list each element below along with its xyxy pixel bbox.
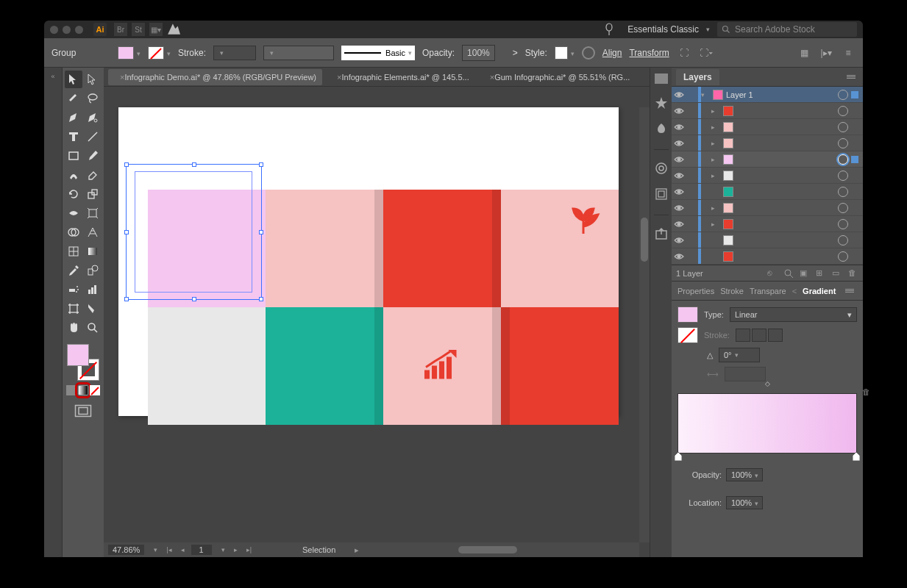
target-icon[interactable]: [838, 203, 848, 213]
direct-selection-tool[interactable]: [84, 71, 102, 88]
gradient-stop-right[interactable]: [853, 452, 860, 461]
prev-page-btn[interactable]: ◂: [179, 546, 187, 553]
target-icon[interactable]: [838, 138, 848, 148]
rotate-tool[interactable]: [65, 185, 82, 203]
recolor-icon[interactable]: [582, 45, 595, 61]
expand-icon[interactable]: ▾: [701, 91, 710, 98]
artboard-tool[interactable]: [65, 300, 82, 318]
color-mode-btn[interactable]: [66, 385, 77, 395]
status-more[interactable]: ▸: [355, 545, 359, 555]
target-icon[interactable]: [838, 154, 848, 165]
gradient-swatch[interactable]: [677, 306, 698, 323]
delete-layer-icon[interactable]: 🗑: [848, 268, 858, 279]
cell-5[interactable]: [148, 307, 266, 425]
fill-control[interactable]: [118, 45, 141, 61]
gradient-ramp[interactable]: [677, 393, 857, 453]
lasso-tool[interactable]: [84, 90, 102, 107]
target-icon[interactable]: [838, 122, 848, 132]
expand-icon[interactable]: ▸: [711, 156, 720, 163]
expand-icon[interactable]: ▸: [711, 140, 720, 147]
stroke-tab[interactable]: Stroke: [720, 287, 744, 295]
target-icon[interactable]: [838, 187, 848, 197]
new-layer-icon[interactable]: ▭: [832, 268, 842, 279]
var-width[interactable]: [263, 46, 334, 60]
layer-row[interactable]: ▸: [672, 135, 863, 151]
styles-dock-icon[interactable]: [655, 187, 668, 203]
layer-row[interactable]: ▸: [672, 216, 863, 232]
prefs-icon[interactable]: ≡: [841, 46, 856, 60]
cell-8[interactable]: [501, 307, 619, 425]
visibility-icon[interactable]: [672, 107, 686, 115]
gradient-type-dd[interactable]: Linear▾: [730, 307, 857, 322]
collapse-tools-icon[interactable]: «: [47, 72, 59, 81]
v-scrollbar[interactable]: [639, 107, 650, 542]
gradient-tool[interactable]: [84, 243, 102, 260]
screen-mode-btn[interactable]: [74, 404, 92, 417]
free-transform-tool[interactable]: [84, 204, 102, 222]
target-icon[interactable]: [838, 90, 848, 100]
selection-tool[interactable]: [65, 71, 82, 88]
zoom-tool[interactable]: [84, 319, 102, 337]
align-link[interactable]: Align: [602, 45, 622, 61]
visibility-icon[interactable]: [672, 237, 686, 244]
delete-stop-icon[interactable]: 🗑: [862, 387, 870, 396]
target-icon[interactable]: [838, 171, 848, 181]
rectangle-tool[interactable]: [65, 147, 82, 165]
column-graph-tool[interactable]: [84, 281, 102, 298]
arrange-docs-icon[interactable]: ▦▾: [149, 23, 163, 36]
midpoint-diamond[interactable]: ◇: [765, 380, 770, 387]
visibility-icon[interactable]: [672, 91, 686, 98]
shape-builder-tool[interactable]: [65, 223, 82, 241]
expand-icon[interactable]: ▸: [711, 172, 720, 179]
blend-tool[interactable]: [84, 262, 102, 279]
visibility-icon[interactable]: [672, 140, 686, 147]
paintbrush-tool[interactable]: [84, 147, 102, 165]
canvas[interactable]: 47.86% |◂ ◂ 1 ▸ ▸| Selection ▸: [104, 87, 650, 557]
expand-icon[interactable]: ▸: [711, 204, 720, 212]
cell-6[interactable]: [266, 307, 383, 425]
align-to-icon[interactable]: ▦: [797, 46, 811, 60]
symbol-sprayer-tool[interactable]: [65, 281, 82, 298]
magic-wand-tool[interactable]: [65, 90, 82, 107]
cell-4[interactable]: [501, 190, 619, 307]
layer-row[interactable]: ▸: [672, 200, 863, 216]
visibility-icon[interactable]: [672, 156, 686, 163]
layer-row[interactable]: ▸: [672, 119, 863, 135]
transparency-tab[interactable]: Transpare: [750, 287, 786, 295]
grad-opacity-field[interactable]: 100%: [726, 468, 763, 481]
zoom-field[interactable]: 47.86%: [108, 545, 144, 555]
layer-row[interactable]: ▸: [672, 168, 863, 184]
graphic-style[interactable]: [555, 45, 575, 61]
panel-menu-icon[interactable]: [842, 289, 857, 293]
export-dock-icon[interactable]: [655, 227, 668, 243]
target-icon[interactable]: [838, 219, 848, 229]
hand-tool[interactable]: [65, 319, 82, 337]
width-tool[interactable]: [65, 204, 82, 222]
doc-tab-2[interactable]: ×Gum Infographic.ai* @ 55.51% (RG...: [478, 69, 636, 85]
traffic-close[interactable]: [50, 26, 58, 34]
visibility-icon[interactable]: [672, 123, 686, 131]
cell-2[interactable]: [266, 190, 383, 307]
layer-row[interactable]: [672, 232, 863, 248]
eyedropper-tool[interactable]: [65, 262, 82, 279]
cell-7[interactable]: [383, 307, 501, 425]
gradient-stop-left[interactable]: [675, 452, 682, 461]
mesh-tool[interactable]: [65, 243, 82, 260]
doc-tab-0[interactable]: ×Infographic Demo.ai* @ 47.86% (RGB/GPU …: [108, 69, 322, 85]
last-page-btn[interactable]: ▸|: [244, 546, 254, 553]
gradient-tab[interactable]: Gradient: [803, 287, 836, 295]
new-sublayer-icon[interactable]: ⊞: [816, 268, 826, 279]
h-scroll-thumb[interactable]: [458, 546, 517, 553]
visibility-icon[interactable]: [672, 220, 686, 228]
page-field[interactable]: 1: [191, 545, 212, 555]
type-tool[interactable]: [65, 128, 82, 146]
stroke-grad-3[interactable]: [768, 329, 783, 342]
next-page-btn[interactable]: ▸: [232, 546, 240, 553]
traffic-min[interactable]: [63, 26, 71, 34]
target-icon[interactable]: [838, 235, 848, 245]
zoom-dd[interactable]: [149, 546, 160, 553]
isolate-icon[interactable]: ⛶: [677, 46, 691, 60]
shaper-tool[interactable]: [65, 166, 82, 184]
stroke-control[interactable]: [148, 45, 171, 61]
opacity-value[interactable]: 100%: [462, 45, 495, 61]
